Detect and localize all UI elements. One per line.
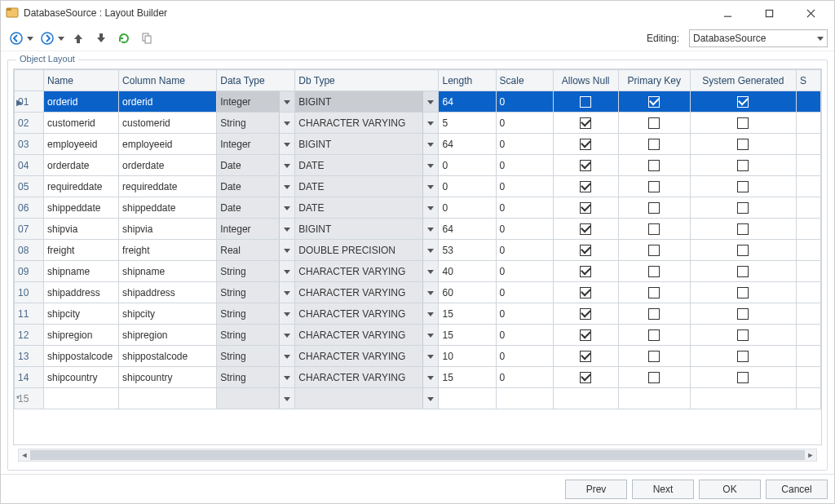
checkbox[interactable] — [557, 282, 615, 303]
row-indicator[interactable]: *15 — [15, 388, 44, 409]
checkbox[interactable] — [557, 240, 615, 260]
row-indicator[interactable]: 10 — [15, 282, 44, 303]
cell-length[interactable]: 64 — [439, 91, 496, 113]
grid[interactable]: Name Column Name Data Type Db Type Lengt… — [13, 69, 822, 445]
cell-scale[interactable]: 0 — [496, 113, 553, 134]
cell-name[interactable]: shipvia — [44, 219, 119, 240]
chevron-down-icon[interactable] — [280, 240, 294, 260]
combo[interactable]: Date — [217, 197, 294, 218]
cell-column-name[interactable]: orderdate — [119, 155, 217, 176]
chevron-down-icon[interactable] — [280, 367, 294, 387]
col-system-generated[interactable]: System Generated — [690, 70, 796, 91]
checkbox[interactable] — [694, 219, 793, 239]
combo[interactable]: CHARACTER VARYING — [295, 282, 438, 303]
cell-length[interactable]: 40 — [439, 261, 496, 282]
table-row[interactable]: 07shipviashipviaIntegerBIGINT640 — [15, 219, 821, 240]
cell-length[interactable]: 60 — [439, 282, 496, 303]
cell-name[interactable]: shippeddate — [44, 197, 119, 219]
checkbox[interactable] — [557, 261, 615, 281]
checkbox[interactable] — [622, 176, 687, 197]
checkbox[interactable] — [622, 303, 687, 324]
scroll-right-icon[interactable]: ► — [805, 449, 816, 461]
cell-scale[interactable]: 0 — [496, 155, 553, 176]
checkbox[interactable] — [694, 91, 793, 112]
checkbox[interactable] — [694, 197, 793, 218]
cell-length[interactable]: 15 — [439, 367, 496, 388]
cell-name[interactable]: shipcity — [44, 303, 119, 325]
checkbox[interactable] — [694, 346, 793, 366]
chevron-down-icon[interactable] — [423, 346, 438, 366]
combo[interactable]: String — [217, 113, 294, 133]
combo[interactable]: Real — [217, 240, 294, 260]
checkbox[interactable] — [694, 303, 793, 324]
table-row[interactable]: *15 — [15, 388, 821, 409]
cell-scale[interactable]: 0 — [496, 240, 553, 261]
cell-name[interactable]: orderid — [44, 91, 119, 113]
checkbox[interactable] — [694, 367, 793, 387]
chevron-down-icon[interactable] — [280, 325, 294, 345]
combo[interactable]: BIGINT — [295, 219, 438, 239]
col-indicator[interactable] — [15, 70, 44, 91]
chevron-down-icon[interactable] — [423, 91, 438, 112]
table-row[interactable]: 04orderdateorderdateDateDATE00 — [15, 155, 821, 176]
cell-column-name[interactable]: shipname — [119, 261, 217, 282]
chevron-down-icon[interactable] — [423, 261, 438, 281]
combo[interactable]: CHARACTER VARYING — [295, 303, 438, 324]
col-db-type[interactable]: Db Type — [295, 70, 439, 91]
combo[interactable] — [295, 388, 438, 409]
cell-name[interactable]: customerid — [44, 113, 119, 134]
checkbox[interactable] — [557, 367, 615, 387]
checkbox[interactable] — [622, 155, 687, 175]
col-column-name[interactable]: Column Name — [119, 70, 217, 91]
cell-length[interactable]: 53 — [439, 240, 496, 261]
row-indicator[interactable]: 08 — [15, 240, 44, 261]
row-indicator[interactable]: 11 — [15, 303, 44, 325]
combo[interactable]: BIGINT — [295, 91, 438, 112]
row-indicator[interactable]: 09 — [15, 261, 44, 282]
checkbox[interactable] — [694, 155, 793, 175]
row-indicator[interactable]: 05 — [15, 176, 44, 197]
checkbox[interactable] — [557, 325, 615, 345]
table-row[interactable]: ▶01orderidorderidIntegerBIGINT640 — [15, 91, 821, 113]
chevron-down-icon[interactable] — [423, 388, 438, 409]
close-button[interactable] — [793, 2, 829, 24]
next-button[interactable]: Next — [632, 480, 694, 499]
cell-scale[interactable]: 0 — [496, 261, 553, 282]
forward-button[interactable] — [38, 29, 56, 47]
chevron-down-icon[interactable] — [280, 134, 294, 154]
cell-length[interactable]: 0 — [439, 197, 496, 219]
cell-column-name[interactable]: shippeddate — [119, 197, 217, 219]
row-indicator[interactable]: 03 — [15, 134, 44, 155]
table-row[interactable]: 06shippeddateshippeddateDateDATE00 — [15, 197, 821, 219]
cell-column-name[interactable]: shipvia — [119, 219, 217, 240]
scroll-thumb[interactable] — [30, 450, 805, 460]
checkbox[interactable] — [622, 367, 687, 387]
chevron-down-icon[interactable] — [423, 367, 438, 387]
row-indicator[interactable]: 04 — [15, 155, 44, 176]
cell-scale[interactable]: 0 — [496, 367, 553, 388]
checkbox[interactable] — [557, 91, 615, 112]
col-length[interactable]: Length — [439, 70, 496, 91]
combo[interactable]: Date — [217, 155, 294, 175]
chevron-down-icon[interactable] — [423, 240, 438, 260]
cell-scale[interactable]: 0 — [496, 219, 553, 240]
back-button[interactable] — [7, 29, 25, 47]
combo[interactable]: DOUBLE PRECISION — [295, 240, 438, 260]
cell-name[interactable]: shippostalcode — [44, 346, 119, 367]
chevron-down-icon[interactable] — [280, 303, 294, 324]
cell-name[interactable]: requireddate — [44, 176, 119, 197]
table-row[interactable]: 14shipcountryshipcountryStringCHARACTER … — [15, 367, 821, 388]
chevron-down-icon[interactable] — [280, 113, 294, 133]
table-row[interactable]: 05requireddaterequireddateDateDATE00 — [15, 176, 821, 197]
combo[interactable]: CHARACTER VARYING — [295, 346, 438, 366]
ok-button[interactable]: OK — [699, 480, 761, 499]
cell-column-name[interactable]: shipcountry — [119, 367, 217, 388]
checkbox[interactable] — [694, 325, 793, 345]
cell-length[interactable] — [439, 388, 496, 409]
cell-column-name[interactable]: orderid — [119, 91, 217, 113]
combo[interactable]: String — [217, 346, 294, 366]
chevron-down-icon[interactable] — [423, 155, 438, 175]
combo[interactable]: DATE — [295, 176, 438, 197]
table-row[interactable]: 09shipnameshipnameStringCHARACTER VARYIN… — [15, 261, 821, 282]
combo[interactable]: Integer — [217, 134, 294, 154]
